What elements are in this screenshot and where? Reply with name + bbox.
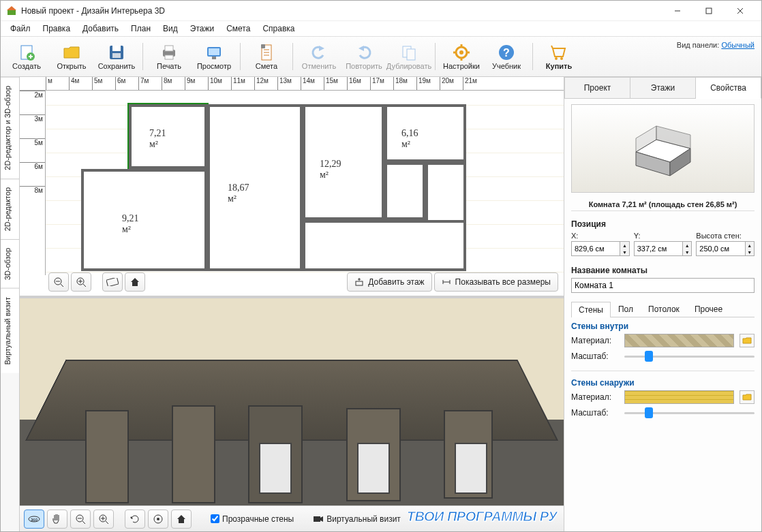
zoom-out-button[interactable] xyxy=(48,272,69,292)
room[interactable] xyxy=(303,104,384,220)
material-subtabs: Стены Пол Потолок Прочее xyxy=(571,301,755,317)
buy-button[interactable]: Купить xyxy=(537,38,581,75)
menu-view[interactable]: Вид xyxy=(157,22,183,35)
vtab-2d[interactable]: 2D-редактор xyxy=(1,178,19,239)
scale-inside-slider[interactable] xyxy=(624,349,755,363)
x-input[interactable]: ▲▼ xyxy=(571,241,630,256)
preview-button[interactable]: Просмотр xyxy=(192,38,236,75)
view-reset-button[interactable] xyxy=(148,510,168,529)
spin-up-icon[interactable]: ▲ xyxy=(746,242,754,249)
browse-material-outside-button[interactable] xyxy=(740,390,755,404)
menu-estimate[interactable]: Смета xyxy=(221,22,256,35)
spin-up-icon[interactable]: ▲ xyxy=(620,242,628,249)
settings-button[interactable]: Настройки xyxy=(440,38,483,75)
subtab-floor[interactable]: Пол xyxy=(611,301,641,317)
svg-rect-15 xyxy=(165,55,173,59)
menu-floors[interactable]: Этажи xyxy=(185,22,219,35)
tab-floors[interactable]: Этажи xyxy=(630,77,696,99)
measure-button[interactable] xyxy=(102,272,123,292)
wall-height-input[interactable]: ▲▼ xyxy=(696,241,755,256)
open-button[interactable]: Открыть xyxy=(50,38,93,75)
svg-rect-46 xyxy=(106,278,119,286)
add-floor-button[interactable]: Добавить этаж xyxy=(347,272,431,292)
transparent-walls-checkbox[interactable]: Прозрачные стены xyxy=(211,514,294,524)
home-button[interactable] xyxy=(125,272,145,292)
room-info-label: Комната 7,21 м² (площадь стен 26,85 м²) xyxy=(571,198,755,211)
material-inside-swatch[interactable] xyxy=(624,334,734,347)
material-outside-swatch[interactable] xyxy=(624,390,734,404)
svg-point-29 xyxy=(459,50,463,54)
walls-inside-section: Стены внутри Материал: Масштаб: xyxy=(571,317,755,365)
tab-project[interactable]: Проект xyxy=(564,77,630,99)
position-section: Позиция X: ▲▼ Y: ▲▼ Высота стен: ▲▼ xyxy=(571,215,755,256)
tutorial-button[interactable]: ?Учебник xyxy=(485,38,528,75)
close-button[interactable] xyxy=(725,1,756,21)
home-3d-button[interactable] xyxy=(171,510,192,529)
room[interactable] xyxy=(207,104,303,271)
svg-marker-24 xyxy=(319,46,324,51)
svg-point-37 xyxy=(560,57,563,60)
toolbar-separator xyxy=(435,43,436,70)
maximize-button[interactable] xyxy=(693,1,725,21)
print-button[interactable]: Печать xyxy=(147,38,191,75)
create-button[interactable]: Создать xyxy=(5,38,48,75)
zoom-out-3d-button[interactable] xyxy=(70,510,91,529)
main-toolbar: Создать Открыть Сохранить Печать Просмот… xyxy=(1,36,761,77)
room[interactable] xyxy=(384,104,466,162)
orbit-360-button[interactable]: 360 xyxy=(24,510,44,529)
scale-outside-slider[interactable] xyxy=(624,406,755,420)
menu-edit[interactable]: Правка xyxy=(37,22,76,35)
svg-text:?: ? xyxy=(503,47,510,59)
room-selected[interactable] xyxy=(129,104,207,169)
main-body: 2D-редактор и 3D-обзор 2D-редактор 3D-об… xyxy=(1,77,761,531)
y-input[interactable]: ▲▼ xyxy=(634,241,692,256)
plan-view-2d[interactable]: м4м5м6м7м8м9м10м11м12м13м14м15м16м17м18м… xyxy=(20,77,564,298)
spin-down-icon[interactable]: ▼ xyxy=(683,249,691,255)
zoom-in-3d-button[interactable] xyxy=(93,510,114,529)
room[interactable] xyxy=(81,169,207,271)
menu-plan[interactable]: План xyxy=(125,22,156,35)
room[interactable] xyxy=(425,162,466,223)
svg-rect-14 xyxy=(165,46,173,51)
svg-marker-68 xyxy=(320,516,323,522)
pan-button[interactable] xyxy=(47,510,67,529)
tab-properties[interactable]: Свойства xyxy=(696,77,761,99)
ruler-vertical: 2м3м5м6м8м xyxy=(20,91,46,275)
menu-add[interactable]: Добавить xyxy=(77,22,124,35)
virtual-visit-button[interactable]: Виртуальный визит xyxy=(313,514,401,524)
vtab-virtual[interactable]: Виртуальный визит xyxy=(1,288,19,373)
zoom-in-button[interactable] xyxy=(71,272,91,292)
redo-button[interactable]: Повторить xyxy=(342,38,386,75)
spin-up-icon[interactable]: ▲ xyxy=(683,242,691,249)
subtab-other[interactable]: Прочее xyxy=(687,301,730,317)
room[interactable] xyxy=(303,220,466,271)
menu-help[interactable]: Справка xyxy=(257,22,300,35)
room[interactable] xyxy=(384,162,425,220)
camera-icon xyxy=(313,515,324,523)
spin-down-icon[interactable]: ▼ xyxy=(620,249,628,255)
minimize-button[interactable] xyxy=(662,1,693,21)
rotate-button[interactable] xyxy=(125,510,145,529)
estimate-button[interactable]: Смета xyxy=(245,38,288,75)
vtab-3d[interactable]: 3D-обзор xyxy=(1,239,19,288)
svg-rect-18 xyxy=(212,57,216,59)
menubar: Файл Правка Добавить План Вид Этажи Смет… xyxy=(1,21,761,36)
save-button[interactable]: Сохранить xyxy=(95,38,138,75)
duplicate-button[interactable]: Дублировать xyxy=(387,38,431,75)
subtab-ceiling[interactable]: Потолок xyxy=(641,301,687,317)
subtab-walls[interactable]: Стены xyxy=(571,302,611,317)
vtab-2d-3d[interactable]: 2D-редактор и 3D-обзор xyxy=(1,77,19,178)
browse-material-inside-button[interactable] xyxy=(740,334,755,347)
room-label: 12,29 м² xyxy=(320,159,341,181)
titlebar: Новый проект - Дизайн Интерьера 3D xyxy=(1,1,761,21)
svg-line-43 xyxy=(83,284,86,287)
menu-file[interactable]: Файл xyxy=(5,22,36,35)
scene-3d[interactable] xyxy=(20,298,564,531)
room-name-input[interactable] xyxy=(571,278,755,293)
spin-down-icon[interactable]: ▼ xyxy=(746,249,754,255)
view-3d[interactable]: 360 Прозрачные стены Виртуальный визит xyxy=(20,298,564,531)
view-panel-link[interactable]: Обычный xyxy=(721,41,755,49)
undo-button[interactable]: Отменить xyxy=(297,38,341,75)
svg-point-36 xyxy=(555,57,558,60)
show-dimensions-button[interactable]: Показывать все размеры xyxy=(434,272,558,292)
